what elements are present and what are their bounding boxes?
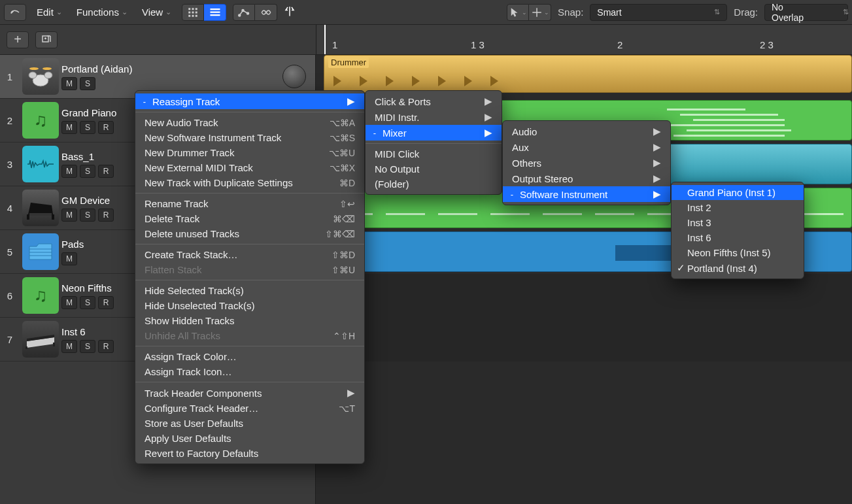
- pointer-tool-icon[interactable]: ⌄: [507, 4, 529, 21]
- menu-no-output[interactable]: No Output: [366, 161, 502, 176]
- grid-view-icon[interactable]: [182, 4, 204, 21]
- mute-button[interactable]: M: [61, 77, 77, 90]
- svg-rect-31: [52, 214, 54, 220]
- svg-rect-36: [53, 343, 55, 346]
- track-context-menu: -Reassign Track▶ New Audio Track⌥⌘A New …: [135, 90, 365, 464]
- edit-menu[interactable]: Edit⌄: [33, 4, 66, 21]
- menu-revert-factory[interactable]: Revert to Factory Defaults: [135, 446, 364, 461]
- track-lane[interactable]: [316, 274, 852, 318]
- solo-button[interactable]: S: [80, 340, 95, 353]
- svg-point-25: [29, 72, 37, 78]
- record-button[interactable]: R: [98, 340, 114, 353]
- menu-folder[interactable]: (Folder): [366, 176, 502, 192]
- drag-select[interactable]: No Overlap⇅: [764, 4, 848, 21]
- menu-inst-neon-fifths[interactable]: Neon Fifths (Inst 5): [672, 245, 804, 260]
- menu-new-drummer-track[interactable]: New Drummer Track⌥⌘U: [135, 145, 364, 160]
- solo-button[interactable]: S: [80, 209, 95, 222]
- menu-others[interactable]: Others▶: [503, 155, 670, 171]
- flex-icon[interactable]: [255, 4, 277, 21]
- menu-midi-click[interactable]: MIDI Click: [366, 146, 502, 161]
- menu-new-dup-track[interactable]: New Track with Duplicate Settings⌘D: [135, 175, 364, 190]
- menu-header-components[interactable]: Track Header Components▶: [135, 385, 364, 401]
- snap-label: Snap:: [558, 7, 583, 18]
- svg-rect-7: [192, 14, 194, 16]
- menu-store-defaults[interactable]: Store as User Defaults: [135, 416, 364, 431]
- menu-hide-unselected[interactable]: Hide Unselected Track(s): [135, 298, 364, 313]
- menu-apply-defaults[interactable]: Apply User Defaults: [135, 431, 364, 446]
- mute-button[interactable]: M: [61, 340, 77, 353]
- mute-button[interactable]: M: [61, 121, 77, 134]
- solo-button[interactable]: S: [80, 77, 95, 90]
- mute-button[interactable]: M: [61, 209, 77, 222]
- menu-inst-grand-piano[interactable]: Grand Piano (Inst 1): [672, 185, 804, 200]
- record-button[interactable]: R: [98, 209, 114, 222]
- menu-audio[interactable]: Audio▶: [503, 124, 670, 139]
- svg-rect-2: [196, 8, 197, 10]
- timeline-ruler[interactable]: 1 1 3 2 2 3: [316, 25, 852, 54]
- snap-select[interactable]: Smart⇅: [590, 4, 727, 21]
- back-icon[interactable]: [4, 4, 26, 21]
- automation-icon[interactable]: [233, 4, 255, 21]
- automation-segment: [233, 4, 277, 21]
- record-button[interactable]: R: [98, 296, 114, 309]
- record-button[interactable]: R: [98, 165, 114, 178]
- catch-playhead-icon[interactable]: [284, 5, 296, 19]
- menu-new-si-track[interactable]: New Software Instrument Track⌥⌘S: [135, 130, 364, 145]
- drum-kit-icon: [22, 58, 59, 95]
- menu-show-hidden[interactable]: Show Hidden Tracks: [135, 313, 364, 328]
- menu-assign-track-icon[interactable]: Assign Track Icon…: [135, 364, 364, 379]
- functions-menu[interactable]: Functions⌄: [73, 4, 131, 21]
- folder-icon: [22, 233, 59, 270]
- svg-rect-1: [192, 8, 194, 10]
- menu-inst-6[interactable]: Inst 6: [672, 230, 804, 245]
- track-header-toolbar: + 1 1 3 2 2 3: [0, 25, 852, 55]
- grid-view-segment: [182, 4, 226, 21]
- menu-inst-3[interactable]: Inst 3: [672, 215, 804, 230]
- menu-hide-selected[interactable]: Hide Selected Track(s): [135, 283, 364, 298]
- piano-icon: [22, 190, 59, 226]
- svg-rect-30: [27, 214, 29, 220]
- menu-new-ext-midi-track[interactable]: New External MIDI Track⌥⌘X: [135, 160, 364, 175]
- volume-knob[interactable]: [282, 65, 306, 88]
- menu-aux[interactable]: Aux▶: [503, 139, 670, 155]
- track-lane[interactable]: [316, 318, 852, 361]
- menu-configure-header[interactable]: Configure Track Header…⌥T: [135, 401, 364, 416]
- menu-software-instrument[interactable]: -Software Instrument▶: [503, 186, 670, 202]
- solo-button[interactable]: S: [80, 165, 95, 178]
- duplicate-track-icon[interactable]: [35, 31, 58, 48]
- add-track-icon[interactable]: +: [7, 31, 29, 48]
- svg-point-28: [43, 67, 52, 70]
- solo-button[interactable]: S: [80, 121, 95, 134]
- menu-unhide-all: Unhide All Tracks⌃⇧H: [135, 328, 364, 343]
- svg-rect-3: [188, 11, 190, 13]
- view-menu[interactable]: View⌄: [138, 4, 175, 21]
- svg-rect-5: [196, 11, 197, 13]
- menu-rename-track[interactable]: Rename Track⇧↩: [135, 196, 364, 211]
- menu-new-audio-track[interactable]: New Audio Track⌥⌘A: [135, 115, 364, 130]
- drummer-region[interactable]: Drummer: [324, 55, 852, 93]
- menu-delete-unused-tracks[interactable]: Delete unused Tracks⇧⌘⌫: [135, 226, 364, 241]
- menu-mixer[interactable]: -Mixer▶: [366, 125, 502, 141]
- menu-create-track-stack[interactable]: Create Track Stack…⇧⌘D: [135, 247, 364, 262]
- menu-delete-track[interactable]: Delete Track⌘⌫: [135, 211, 364, 226]
- playhead[interactable]: [324, 25, 326, 54]
- list-view-icon[interactable]: [204, 4, 226, 21]
- svg-rect-8: [196, 14, 197, 16]
- mute-button[interactable]: M: [61, 165, 77, 178]
- menu-output-stereo[interactable]: Output Stereo▶: [503, 171, 670, 186]
- svg-point-13: [242, 9, 244, 11]
- mute-button[interactable]: M: [61, 296, 77, 309]
- menu-inst-portland[interactable]: ✓Portland (Inst 4): [672, 260, 804, 276]
- menu-assign-track-color[interactable]: Assign Track Color…: [135, 349, 364, 364]
- solo-button[interactable]: S: [80, 296, 95, 309]
- menu-midi-instr[interactable]: MIDI Instr.▶: [366, 109, 502, 125]
- svg-rect-11: [210, 14, 220, 16]
- menu-click-ports[interactable]: Click & Ports▶: [366, 93, 502, 109]
- software-instrument-icon: ♫: [22, 277, 59, 314]
- secondary-tool-icon[interactable]: ⌄: [529, 4, 551, 21]
- mute-button[interactable]: M: [61, 252, 77, 265]
- svg-point-27: [29, 67, 39, 70]
- menu-reassign-track[interactable]: -Reassign Track▶: [135, 93, 364, 109]
- menu-inst-2[interactable]: Inst 2: [672, 200, 804, 215]
- record-button[interactable]: R: [98, 121, 114, 134]
